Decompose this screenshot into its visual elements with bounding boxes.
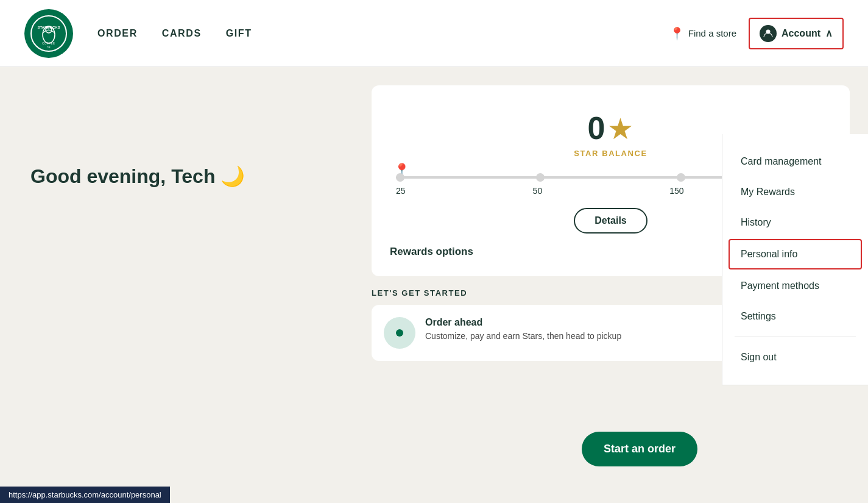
order-ahead-desc: Customize, pay and earn Stars, then head… (425, 330, 621, 343)
status-bar: https://app.starbucks.com/account/person… (0, 487, 170, 503)
account-button[interactable]: Account ∧ (749, 18, 844, 49)
star-count: 0 (588, 110, 605, 146)
account-dropdown: Card management My Rewards History Perso… (722, 134, 868, 385)
order-icon-dot (396, 329, 403, 337)
svg-text:TM: TM (47, 46, 51, 49)
nav-order[interactable]: ORDER (97, 28, 138, 39)
progress-label-150: 150 (669, 186, 683, 196)
progress-dot-50 (536, 173, 545, 182)
dropdown-card-management[interactable]: Card management (722, 146, 868, 177)
progress-label-25: 25 (396, 186, 406, 196)
find-store-label: Find a store (688, 28, 736, 38)
pin-icon: 📍 (669, 26, 685, 41)
account-label: Account (782, 28, 820, 39)
start-order-button[interactable]: Start an order (582, 432, 697, 466)
dropdown-personal-info[interactable]: Personal info (729, 239, 862, 269)
svg-text:COFFEE: COFFEE (42, 42, 55, 45)
nav-gift[interactable]: GIFT (226, 28, 252, 39)
account-avatar-icon (760, 25, 777, 42)
dropdown-sign-out[interactable]: Sign out (722, 342, 868, 373)
chevron-up-icon: ∧ (825, 27, 833, 39)
dropdown-payment-methods[interactable]: Payment methods (722, 271, 868, 301)
header: STARBUCKS COFFEE TM ORDER CARDS GIFT 📍 F… (0, 0, 868, 67)
order-ahead-title: Order ahead (425, 317, 621, 328)
dropdown-divider (735, 337, 856, 337)
nav-cards[interactable]: CARDS (162, 28, 202, 39)
find-store-button[interactable]: 📍 Find a store (669, 26, 736, 41)
greeting-text: Good evening, Tech 🌙 (30, 165, 323, 188)
progress-dot-25 (396, 173, 404, 182)
order-icon (384, 317, 415, 349)
progress-label-50: 50 (533, 186, 543, 196)
main-content: Good evening, Tech 🌙 0★ STAR BALANCE 📍 (0, 67, 868, 503)
header-right: 📍 Find a store Account ∧ (669, 18, 844, 49)
order-ahead-text: Order ahead Customize, pay and earn Star… (425, 317, 621, 343)
status-url: https://app.starbucks.com/account/person… (9, 490, 161, 499)
dropdown-settings[interactable]: Settings (722, 301, 868, 332)
star-icon: ★ (607, 112, 633, 146)
progress-dot-150 (677, 173, 685, 182)
details-button[interactable]: Details (574, 208, 647, 234)
logo[interactable]: STARBUCKS COFFEE TM (24, 9, 73, 58)
dropdown-my-rewards[interactable]: My Rewards (722, 177, 868, 207)
left-panel: Good evening, Tech 🌙 (0, 67, 353, 503)
main-nav: ORDER CARDS GIFT (97, 28, 669, 39)
dropdown-history[interactable]: History (722, 207, 868, 238)
